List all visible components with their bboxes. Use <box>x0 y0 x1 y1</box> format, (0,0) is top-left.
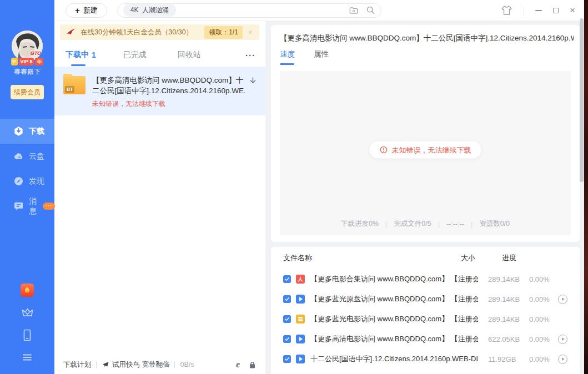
app-window: GTO P VIP 8 年 睿睿殿下 续费会员 下载 云盘 <box>0 0 588 374</box>
promo-banner: 在线30分钟领1天白金会员（30/30） 领取：1/1 × <box>60 24 259 40</box>
check-icon <box>284 276 290 282</box>
skin-tshirt-icon[interactable] <box>501 4 512 16</box>
sidebar: GTO P VIP 8 年 睿睿殿下 续费会员 下载 云盘 <box>0 0 54 374</box>
file-checkbox[interactable] <box>283 295 291 303</box>
maximize-button[interactable] <box>553 8 559 13</box>
file-checkbox[interactable] <box>283 355 291 363</box>
tab-trash[interactable]: 回收站 <box>178 43 201 67</box>
detail-panel: 【更多高清电影访问 www.BBQDDQ.com】十二公民[国语中字].12.C… <box>271 25 580 242</box>
file-size: 11.92GB <box>488 355 529 363</box>
tabs-more-button[interactable]: ··· <box>245 50 255 60</box>
sidebar-item-messages[interactable]: 消息 ··· <box>0 194 54 219</box>
stat-progress: 下载进度0% <box>341 219 379 229</box>
mobile-phone-icon[interactable] <box>21 328 34 342</box>
browser-icon[interactable]: e <box>236 360 240 370</box>
video-file-icon <box>296 295 305 304</box>
file-checkbox[interactable] <box>283 315 291 323</box>
tab-completed[interactable]: 已完成 <box>123 43 147 67</box>
check-icon <box>284 316 290 322</box>
speedup-link[interactable]: 试用快鸟 宽带翻倍 <box>102 360 169 370</box>
search-history-chip[interactable]: 4K 人潮汹涌 <box>123 4 176 17</box>
red-packet-icon[interactable] <box>21 284 34 297</box>
sidebar-item-label: 下载 <box>29 127 44 137</box>
stat-resources: 资源数0/0 <box>479 219 510 229</box>
platinum-badge: P <box>11 58 18 65</box>
kuainiao-bird-icon <box>102 361 109 368</box>
bt-badge: BT <box>65 86 74 93</box>
error-pill-text: 未知错误，无法继续下载 <box>392 145 471 155</box>
file-checkbox[interactable] <box>283 275 291 283</box>
username[interactable]: 睿睿殿下 <box>0 67 54 77</box>
search-input[interactable]: 4K 人潮汹涌 <box>117 3 381 18</box>
download-plan-link[interactable]: 下载计划 <box>63 360 91 370</box>
file-row[interactable]: 【更多蓝光原盘访问 www.BBQDDQ.com】 【注册会员后... 289.… <box>271 289 580 309</box>
sidebar-item-download[interactable]: 下载 <box>0 119 54 144</box>
sidebar-item-cloud-drive[interactable]: 云盘 <box>0 144 54 169</box>
error-info-icon <box>380 146 388 154</box>
sidebar-item-label: 云盘 <box>29 151 44 161</box>
downloading-count: 1 <box>92 50 96 59</box>
task-error-text: 未知错误，无法继续下载 <box>92 99 245 109</box>
window-controls: × <box>501 4 584 16</box>
lock-icon[interactable] <box>248 361 257 369</box>
check-icon <box>284 296 290 302</box>
detail-task-title: 【更多高清电影访问 www.BBQDDQ.com】十二公民[国语中字].12.C… <box>280 33 574 43</box>
avatar-image <box>12 31 43 62</box>
task-title-line1: 【更多高清电影访问 www.BBQDDQ.com】十 <box>92 75 245 85</box>
promo-text: 在线30分钟领1天白金会员（30/30） <box>81 28 193 37</box>
claim-badge[interactable]: 领取：1/1 <box>204 26 243 39</box>
play-button[interactable] <box>558 335 567 344</box>
header-file-name: 文件名称 <box>283 253 451 263</box>
text-file-icon <box>296 315 305 324</box>
vip-level-badge: VIP 8 <box>19 58 34 65</box>
file-progress: 0.00% <box>529 335 555 343</box>
download-hexagon-icon <box>13 126 24 137</box>
task-list-panel: 在线30分钟领1天白金会员（30/30） 领取：1/1 × 下载中 1 已完成 … <box>54 21 265 374</box>
sidebar-item-label: 消息 <box>29 196 37 216</box>
avatar[interactable]: GTO <box>12 31 43 62</box>
tab-speed[interactable]: 速度 <box>280 49 295 65</box>
file-list-header: 文件名称 大小 进度 <box>271 247 580 269</box>
file-progress: 0.00% <box>529 295 555 304</box>
task-title-line2: 二公民[国语中字].12.Citizens.2014.2160p.WE... <box>92 85 245 96</box>
message-icon <box>13 201 24 211</box>
new-task-label: 新建 <box>83 6 98 16</box>
file-row[interactable]: 十二公民[国语中字].12.Citizens.2014.2160p.WEB-DL… <box>271 349 580 369</box>
vertical-scrollbar-thumb[interactable] <box>580 18 584 182</box>
close-button[interactable]: × <box>570 6 575 15</box>
task-tabs: 下载中 1 已完成 回收站 ··· <box>54 43 265 67</box>
avatar-overlay-text: GTO <box>31 50 41 56</box>
minimize-button[interactable] <box>535 10 542 11</box>
file-row[interactable]: 【更多蓝光电影访问 www.BBQDDQ.com】 【注册会员后... 289.… <box>271 309 580 329</box>
sidebar-item-discover[interactable]: 发现 <box>0 169 54 194</box>
resume-download-icon[interactable] <box>248 76 258 115</box>
new-task-button[interactable]: + 新建 <box>66 3 107 18</box>
file-progress: 0.00% <box>529 275 555 284</box>
header-size: 大小 <box>461 253 502 263</box>
file-list-panel: 文件名称 大小 进度 人 【更多电影合集访问 www.BBQDDQ.com】 【… <box>271 247 580 374</box>
download-task-item[interactable]: BT 【更多高清电影访问 www.BBQDDQ.com】十 二公民[国语中字].… <box>54 67 265 115</box>
crown-membership-icon[interactable] <box>21 306 34 320</box>
file-size: 289.14KB <box>488 275 529 284</box>
play-button[interactable] <box>558 295 567 304</box>
file-checkbox[interactable] <box>283 335 291 343</box>
hamburger-menu-icon[interactable] <box>21 351 34 364</box>
tab-downloading[interactable]: 下载中 1 <box>66 43 96 67</box>
flame-icon <box>23 286 32 295</box>
bottom-statusbar: 下载计划 试用快鸟 宽带翻倍 0B/s e <box>54 355 265 374</box>
collection-folder-icon[interactable] <box>349 6 359 16</box>
file-row[interactable]: 【更多高清电影访问 www.BBQDDQ.com】 【注册会员后... 622.… <box>271 329 580 349</box>
sidebar-item-label: 发现 <box>29 176 44 186</box>
file-size: 289.14KB <box>488 295 529 304</box>
banner-close-icon[interactable]: × <box>247 28 254 37</box>
xunlei-logo-icon <box>66 28 76 37</box>
sidebar-menu: 下载 云盘 发现 <box>0 119 54 219</box>
file-row[interactable]: 人 【更多电影合集访问 www.BBQDDQ.com】 【注册会员后... 28… <box>271 269 580 289</box>
play-button[interactable] <box>558 355 567 364</box>
renew-membership-button[interactable]: 续费会员 <box>11 85 44 99</box>
search-icon[interactable] <box>366 6 375 15</box>
tab-properties[interactable]: 属性 <box>314 49 329 65</box>
file-name: 【更多蓝光电影访问 www.BBQDDQ.com】 【注册会员后... <box>310 314 478 324</box>
file-name: 【更多高清电影访问 www.BBQDDQ.com】 【注册会员后... <box>310 334 478 344</box>
video-file-icon <box>296 335 305 343</box>
